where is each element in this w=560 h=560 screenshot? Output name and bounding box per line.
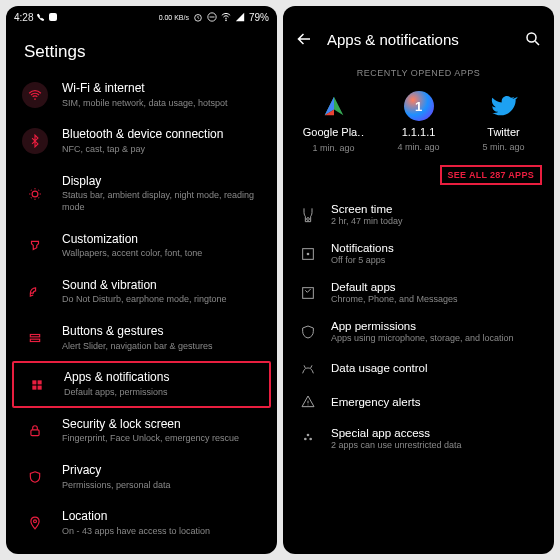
status-bar	[283, 6, 554, 20]
option-title: Emergency alerts	[331, 396, 538, 408]
setting-icon	[22, 464, 48, 490]
app-time: 5 min. ago	[482, 142, 524, 152]
setting-item-security-lock[interactable]: Security & lock screenFingerprint, Face …	[6, 408, 277, 454]
option-text: Special app access2 apps can use unrestr…	[331, 427, 538, 450]
option-data-usage-control[interactable]: Data usage control	[283, 351, 554, 385]
setting-subtitle: Status bar, ambient display, night mode,…	[62, 190, 261, 213]
option-emergency-alerts[interactable]: Emergency alerts	[283, 385, 554, 419]
app-icon	[488, 90, 520, 122]
option-icon	[299, 393, 317, 411]
option-subtitle: Chrome, Phone, and Messages	[331, 294, 538, 304]
svg-point-4	[32, 191, 38, 197]
setting-text: DisplayStatus bar, ambient display, nigh…	[62, 174, 261, 214]
svg-rect-5	[30, 335, 39, 337]
wifi-icon	[221, 12, 231, 22]
setting-item-apps-notifications[interactable]: Apps & notificationsDefault apps, permis…	[12, 361, 271, 407]
app-icon	[318, 90, 350, 122]
setting-icon	[22, 510, 48, 536]
option-screen-time[interactable]: Screen time2 hr, 47 min today	[283, 195, 554, 234]
svg-rect-9	[32, 385, 36, 389]
see-all-apps-button[interactable]: SEE ALL 287 APPS	[440, 165, 543, 185]
battery-pct: 79%	[249, 12, 269, 23]
setting-title: Bluetooth & device connection	[62, 127, 261, 143]
svg-point-17	[527, 33, 536, 42]
svg-point-2	[225, 20, 227, 22]
svg-point-20	[307, 252, 310, 255]
option-default-apps[interactable]: Default appsChrome, Phone, and Messages	[283, 273, 554, 312]
svg-point-23	[309, 437, 312, 440]
apps-notifications-screen: Apps & notifications RECENTLY OPENED APP…	[283, 6, 554, 554]
setting-text: PrivacyPermissions, personal data	[62, 463, 261, 491]
setting-title: Apps & notifications	[64, 370, 259, 386]
app-name: Twitter	[487, 126, 519, 138]
setting-text: Wi-Fi & internetSIM, mobile network, dat…	[62, 81, 261, 109]
option-text: Screen time2 hr, 47 min today	[331, 203, 538, 226]
option-text: NotificationsOff for 5 apps	[331, 242, 538, 265]
setting-item-privacy[interactable]: PrivacyPermissions, personal data	[6, 454, 277, 500]
option-subtitle: Apps using microphone, storage, and loca…	[331, 333, 538, 343]
option-subtitle: 2 apps can use unrestricted data	[331, 440, 538, 450]
setting-item-wi-fi[interactable]: Wi-Fi & internetSIM, mobile network, dat…	[6, 72, 277, 118]
option-special-app-access[interactable]: Special app access2 apps can use unrestr…	[283, 419, 554, 458]
app-name: 1.1.1.1	[402, 126, 436, 138]
phone-icon	[37, 13, 45, 21]
option-icon	[299, 284, 317, 302]
app-icon: 1	[403, 90, 435, 122]
setting-item-sound-vibration[interactable]: Sound & vibrationDo Not Disturb, earphon…	[6, 269, 277, 315]
setting-item-bluetooth-device[interactable]: Bluetooth & device connectionNFC, cast, …	[6, 118, 277, 164]
setting-subtitle: Default apps, permissions	[64, 387, 259, 399]
option-text: Default appsChrome, Phone, and Messages	[331, 281, 538, 304]
search-icon[interactable]	[524, 30, 542, 48]
recent-app[interactable]: Twitter5 min. ago	[464, 90, 544, 153]
svg-point-3	[34, 98, 36, 100]
status-time: 4:28	[14, 12, 33, 23]
setting-subtitle: Fingerprint, Face Unlock, emergency resc…	[62, 433, 261, 445]
setting-subtitle: Permissions, personal data	[62, 480, 261, 492]
setting-icon	[22, 233, 48, 259]
settings-list: Wi-Fi & internetSIM, mobile network, dat…	[6, 72, 277, 554]
setting-item-customization[interactable]: CustomizationWallpapers, accent color, f…	[6, 223, 277, 269]
setting-icon	[24, 372, 50, 398]
recent-app[interactable]: Google Pla‥1 min. ago	[294, 90, 374, 153]
setting-icon	[22, 279, 48, 305]
setting-icon	[22, 181, 48, 207]
svg-rect-8	[38, 380, 42, 384]
setting-subtitle: NFC, cast, tap & pay	[62, 144, 261, 156]
option-title: Screen time	[331, 203, 538, 215]
options-list: Screen time2 hr, 47 min todayNotificatio…	[283, 195, 554, 458]
option-icon	[299, 245, 317, 263]
setting-title: Buttons & gestures	[62, 324, 261, 340]
page-title: Settings	[6, 28, 277, 72]
option-subtitle: 2 hr, 47 min today	[331, 216, 538, 226]
option-app-permissions[interactable]: App permissionsApps using microphone, st…	[283, 312, 554, 351]
setting-title: Location	[62, 509, 261, 525]
svg-rect-11	[31, 430, 39, 436]
settings-screen: 4:28 0.00 KB/s 79% Settings Wi-Fi & inte…	[6, 6, 277, 554]
option-icon	[299, 323, 317, 341]
option-notifications[interactable]: NotificationsOff for 5 apps	[283, 234, 554, 273]
option-title: Data usage control	[331, 362, 538, 374]
setting-text: Security & lock screenFingerprint, Face …	[62, 417, 261, 445]
setting-title: Display	[62, 174, 261, 190]
setting-item-location[interactable]: LocationOn - 43 apps have access to loca…	[6, 500, 277, 546]
option-title: Notifications	[331, 242, 538, 254]
svg-point-22	[304, 437, 307, 440]
setting-item-battery[interactable]: Battery79% - Should last until about 8:0…	[6, 547, 277, 555]
recent-apps-row: Google Pla‥1 min. ago11.1.1.14 min. agoT…	[283, 86, 554, 161]
setting-text: CustomizationWallpapers, accent color, f…	[62, 232, 261, 260]
status-bar: 4:28 0.00 KB/s 79%	[6, 6, 277, 28]
setting-item-display[interactable]: DisplayStatus bar, ambient display, nigh…	[6, 165, 277, 223]
option-text: Data usage control	[331, 362, 538, 374]
setting-text: Sound & vibrationDo Not Disturb, earphon…	[62, 278, 261, 306]
net-speed: 0.00 KB/s	[159, 14, 189, 21]
option-text: Emergency alerts	[331, 396, 538, 408]
recent-app[interactable]: 11.1.1.14 min. ago	[379, 90, 459, 153]
app-name: Google Pla‥	[303, 126, 364, 139]
back-icon[interactable]	[295, 30, 313, 48]
setting-title: Sound & vibration	[62, 278, 261, 294]
svg-rect-7	[32, 380, 36, 384]
setting-item-buttons-gestures[interactable]: Buttons & gesturesAlert Slider, navigati…	[6, 315, 277, 361]
setting-subtitle: Wallpapers, accent color, font, tone	[62, 248, 261, 260]
setting-subtitle: SIM, mobile network, data usage, hotspot	[62, 98, 261, 110]
setting-icon	[22, 128, 48, 154]
